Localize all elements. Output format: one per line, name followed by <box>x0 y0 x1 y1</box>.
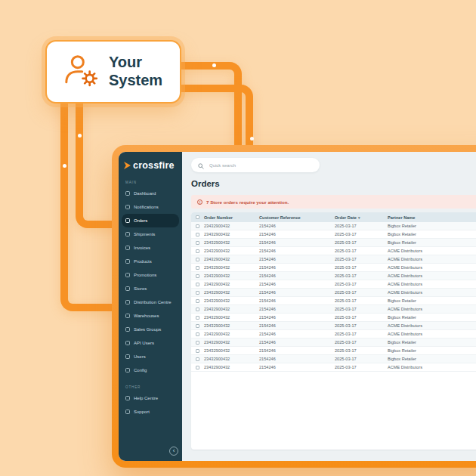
sidebar-item[interactable]: Products <box>122 255 179 268</box>
row-checkbox[interactable] <box>196 324 199 328</box>
logo-text: crossfire <box>133 160 175 171</box>
row-checkbox[interactable] <box>196 233 199 236</box>
sidebar-section-other: OTHER <box>125 385 182 389</box>
table-row[interactable]: 23432900432 2154246 2025-03-17 ACME Dist… <box>191 280 476 289</box>
crossfire-logo: crossfire <box>119 152 182 171</box>
users-icon <box>125 354 130 359</box>
dashboard-icon <box>125 191 130 196</box>
row-checkbox[interactable] <box>196 341 199 345</box>
stores-icon <box>125 286 130 291</box>
sidebar-item[interactable]: Promotions <box>122 268 179 282</box>
sidebar-item[interactable]: Shipments <box>122 227 179 241</box>
config-icon <box>125 368 130 372</box>
row-checkbox[interactable] <box>196 224 199 228</box>
api-users-icon <box>125 341 130 345</box>
table-row[interactable]: 23432900432 2154246 2025-03-17 ACME Dist… <box>191 305 476 314</box>
pipe-node-dot <box>78 134 82 138</box>
app-frame: crossfire MAIN Dashboard Notifications <box>119 152 476 461</box>
orders-icon <box>125 218 130 223</box>
row-checkbox[interactable] <box>196 308 199 311</box>
promotions-icon <box>125 273 130 277</box>
sidebar-item[interactable]: Distribution Centre <box>122 295 179 309</box>
row-checkbox[interactable] <box>196 274 199 278</box>
notifications-icon <box>125 205 130 209</box>
row-checkbox[interactable] <box>196 266 199 270</box>
alert-text: 7 Store orders require your attention. <box>206 199 289 205</box>
products-icon <box>125 259 130 264</box>
row-checkbox[interactable] <box>196 258 199 261</box>
attention-alert: ! 7 Store orders require your attention. <box>191 195 476 209</box>
person-gear-icon <box>62 54 100 90</box>
distribution-centre-icon <box>125 300 130 304</box>
sidebar-item[interactable]: API Users <box>122 336 179 350</box>
row-checkbox[interactable] <box>196 291 199 295</box>
your-system-card: Your System <box>45 40 181 104</box>
table-row[interactable]: 23432900432 2154246 2025-03-17 ACME Dist… <box>191 264 476 272</box>
alert-icon: ! <box>197 199 202 205</box>
table-row[interactable]: 23432900432 2154246 2025-03-17 ACME Dist… <box>191 289 476 297</box>
table-row[interactable]: 23432900432 2154246 2025-03-17 ACME Dist… <box>191 255 476 264</box>
row-checkbox[interactable] <box>196 332 199 336</box>
chevron-right-icon <box>124 162 131 169</box>
table-row[interactable]: 23432900432 2154246 2025-03-17 Bigbox Re… <box>191 230 476 239</box>
sidebar-nav-main: Dashboard Notifications Orders <box>119 187 182 377</box>
table-row[interactable]: 23432900432 2154246 2025-03-17 ACME Dist… <box>191 322 476 330</box>
sidebar-item[interactable]: Invoices <box>122 241 179 255</box>
row-checkbox[interactable] <box>196 249 199 253</box>
row-checkbox[interactable] <box>196 357 199 361</box>
table-header-row: Order Number Customer Reference Order Da… <box>191 212 476 222</box>
search-input[interactable] <box>208 162 309 168</box>
content-area: Orders ! 7 Store orders require your att… <box>182 152 476 461</box>
orders-table: Order Number Customer Reference Order Da… <box>191 212 476 450</box>
table-row[interactable]: 23432900432 2154246 2025-03-17 Bigbox Re… <box>191 347 476 355</box>
sidebar-item[interactable]: Notifications <box>122 200 179 214</box>
header-customer-reference: Customer Reference <box>259 215 335 220</box>
support-icon <box>125 410 130 414</box>
marketing-scene: Your System crossfire MAIN Dashboard <box>0 0 476 476</box>
sidebar-item[interactable]: Sales Groups <box>122 323 179 336</box>
pipe-node-dot <box>63 164 66 168</box>
header-partner-name: Partner Name <box>388 215 476 220</box>
sidebar-item[interactable]: Users <box>122 350 179 363</box>
sidebar-section-main: MAIN <box>125 181 182 184</box>
sidebar-item[interactable]: Orders <box>122 214 179 227</box>
pipe-node-dot <box>250 137 254 141</box>
sidebar-item[interactable]: Config <box>122 363 179 377</box>
table-row[interactable]: 23432900432 2154246 2025-03-17 ACME Dist… <box>191 272 476 280</box>
sidebar-collapse-button[interactable]: ‹ <box>169 447 178 456</box>
search-bar[interactable] <box>191 158 320 172</box>
sales-groups-icon <box>125 327 130 332</box>
table-row[interactable]: 23432900432 2154246 2025-03-17 Bigbox Re… <box>191 314 476 322</box>
table-row[interactable]: 23432900432 2154246 2025-03-17 Bigbox Re… <box>191 338 476 347</box>
page-title: Orders <box>191 179 220 188</box>
table-row[interactable]: 23432900432 2154246 2025-03-17 Bigbox Re… <box>191 355 476 363</box>
sidebar-item[interactable]: Warehouses <box>122 309 179 323</box>
row-checkbox[interactable] <box>196 299 199 303</box>
row-checkbox[interactable] <box>196 241 199 245</box>
table-row[interactable]: 23432900432 2154246 2025-03-17 Bigbox Re… <box>191 297 476 305</box>
table-body: 23432900432 2154246 2025-03-17 Bigbox Re… <box>191 222 476 372</box>
header-order-number: Order Number <box>204 215 259 220</box>
sidebar-item[interactable]: Dashboard <box>122 187 179 200</box>
search-icon <box>198 159 204 172</box>
row-checkbox[interactable] <box>196 316 199 320</box>
app-window: crossfire MAIN Dashboard Notifications <box>112 145 476 468</box>
sidebar-item[interactable]: Help Centre <box>122 391 179 405</box>
row-checkbox[interactable] <box>196 349 199 353</box>
help-centre-icon <box>125 396 130 400</box>
row-checkbox[interactable] <box>196 283 199 286</box>
sidebar-item[interactable]: Stores <box>122 282 179 295</box>
your-system-label: Your System <box>109 54 168 89</box>
sort-caret-icon: ▾ <box>358 215 360 220</box>
table-row[interactable]: 23432900432 2154246 2025-03-17 ACME Dist… <box>191 363 476 372</box>
table-row[interactable]: 23432900432 2154246 2025-03-17 ACME Dist… <box>191 247 476 255</box>
table-row[interactable]: 23432900432 2154246 2025-03-17 Bigbox Re… <box>191 239 476 247</box>
row-checkbox[interactable] <box>196 366 199 369</box>
table-row[interactable]: 23432900432 2154246 2025-03-17 Bigbox Re… <box>191 222 476 230</box>
sidebar-item[interactable]: Support <box>122 405 179 419</box>
pipe-node-dot <box>212 63 216 67</box>
shipments-icon <box>125 232 130 236</box>
header-order-date[interactable]: Order Date ▾ <box>335 215 388 220</box>
table-row[interactable]: 23432900432 2154246 2025-03-17 ACME Dist… <box>191 330 476 338</box>
select-all-checkbox[interactable] <box>196 215 199 219</box>
